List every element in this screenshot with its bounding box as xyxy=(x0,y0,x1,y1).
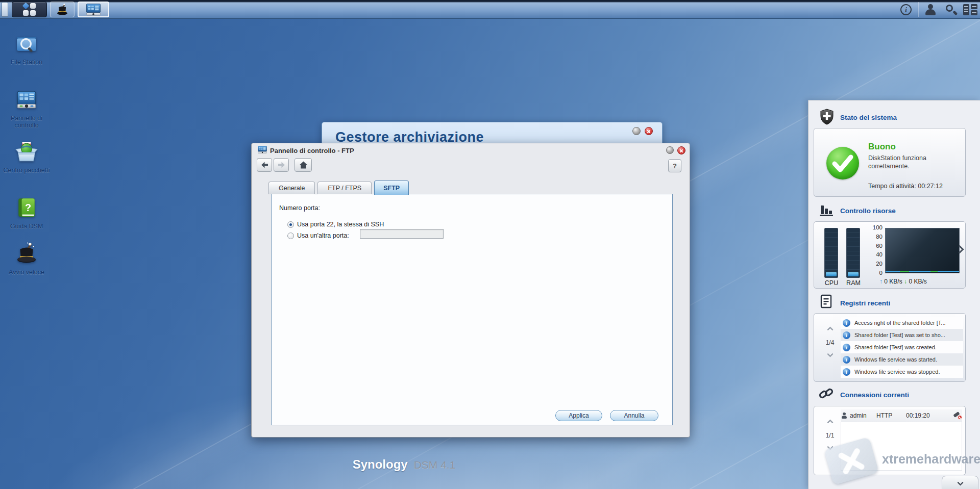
info-icon: i xyxy=(843,368,850,376)
connection-user: admin xyxy=(850,412,876,419)
ram-meter xyxy=(846,228,860,278)
radio-unselected-icon[interactable] xyxy=(287,233,294,239)
taskbar-quick-launch-button[interactable] xyxy=(50,2,75,17)
info-icon: i xyxy=(843,331,850,339)
radio-use-other-port[interactable]: Usa un'altra porta: xyxy=(287,232,349,239)
pilot-view-icon xyxy=(963,4,977,15)
connections-page-down-icon[interactable] xyxy=(827,444,834,450)
log-entry: iShared folder [Test] was set to sho... xyxy=(841,329,963,341)
tab-ftp-ftps[interactable]: FTP / FTPS xyxy=(317,182,372,194)
info-icon: i xyxy=(843,356,850,364)
logs-page-indicator: 1/4 xyxy=(821,339,839,346)
brand-logo: Synology xyxy=(353,457,408,471)
custom-port-input[interactable] xyxy=(360,229,444,239)
section-title-recent-logs: Registri recenti xyxy=(840,299,890,307)
control-panel-icon xyxy=(15,88,38,111)
network-rates: ↑ 0 KB/s ↓ 0 KB/s xyxy=(879,278,927,285)
desktop-icon-file-station[interactable]: File Station xyxy=(3,32,50,66)
upload-rate: 0 KB/s xyxy=(884,278,902,285)
show-desktop-button[interactable] xyxy=(2,2,8,17)
taskbar-info-button[interactable]: i xyxy=(897,0,915,19)
taskbar-user-button[interactable] xyxy=(922,0,939,19)
main-menu-button[interactable] xyxy=(12,2,47,17)
home-icon xyxy=(299,161,308,169)
log-entry: iShared folder [Test] was created. xyxy=(841,341,963,353)
close-icon[interactable] xyxy=(677,146,685,155)
tab-generale[interactable]: Generale xyxy=(268,182,315,194)
desktop: File Station Pannello di controllo Centr… xyxy=(0,0,980,489)
close-icon[interactable] xyxy=(645,127,653,135)
desktop-icon-label: Pannello di controllo xyxy=(3,115,50,129)
minimize-button[interactable] xyxy=(632,127,641,135)
cancel-button[interactable]: Annulla xyxy=(610,410,658,421)
radio-selected-icon[interactable] xyxy=(287,221,294,228)
minimize-button[interactable] xyxy=(666,146,674,154)
arrow-right-icon xyxy=(278,162,285,168)
link-icon xyxy=(819,386,834,401)
connection-row: admin HTTP 00:19:20 xyxy=(841,409,962,422)
dsm-branding: SynologyDSM 4.1 xyxy=(0,457,808,472)
connections-card: 1/1 admin HTTP 00:19:20 xyxy=(814,406,966,475)
desktop-icon-control-panel[interactable]: Pannello di controllo xyxy=(3,88,50,129)
desktop-icon-label: Centro pacchetti xyxy=(3,167,50,174)
dialog-titlebar[interactable]: Pannello di controllo - FTP xyxy=(252,143,690,157)
sidebar-collapse-tab[interactable] xyxy=(942,476,978,489)
help-button[interactable]: ? xyxy=(668,159,681,172)
home-button[interactable] xyxy=(295,158,312,172)
info-icon: i xyxy=(843,319,850,327)
logs-page-down-icon[interactable] xyxy=(827,351,834,357)
desktop-icon-package-center[interactable]: Centro pacchetti xyxy=(3,140,50,174)
shield-icon xyxy=(820,109,834,125)
forward-button[interactable] xyxy=(274,158,289,172)
status-description: DiskStation funziona correttamente. xyxy=(868,154,958,170)
dsm-version: DSM 4.1 xyxy=(414,459,456,471)
desktop-icon-dsm-help[interactable]: ? Guida DSM xyxy=(3,196,50,230)
user-icon xyxy=(841,413,847,419)
logs-page-up-icon[interactable] xyxy=(827,326,834,333)
ram-label: RAM xyxy=(845,279,862,287)
status-ok-icon xyxy=(826,147,859,179)
dialog-title: Pannello di controllo - FTP xyxy=(270,147,354,155)
connections-list-area xyxy=(841,422,962,471)
taskbar-pilot-view-button[interactable] xyxy=(962,0,979,19)
user-icon xyxy=(924,4,937,16)
logs-pager: 1/4 xyxy=(821,326,839,359)
log-document-icon xyxy=(820,294,833,308)
connections-page-indicator: 1/1 xyxy=(821,432,839,439)
recent-logs-card: 1/4 iAccess right of the shared folder [… xyxy=(814,313,966,382)
log-entry: iAccess right of the shared folder [T... xyxy=(841,317,963,329)
taskbar: i xyxy=(0,0,980,19)
control-panel-icon xyxy=(258,146,267,153)
package-center-icon xyxy=(15,140,38,163)
log-list: iAccess right of the shared folder [T...… xyxy=(841,317,963,378)
section-title-resource-monitor: Controllo risorse xyxy=(840,207,896,215)
cpu-meter xyxy=(824,228,838,278)
window-control-panel-ftp: Pannello di controllo - FTP ? Generale F… xyxy=(251,143,690,437)
magic-hat-icon xyxy=(56,3,69,16)
connection-protocol: HTTP xyxy=(876,412,906,419)
taskbar-separator xyxy=(918,2,918,17)
download-arrow-icon: ↓ xyxy=(904,278,907,285)
apply-button[interactable]: Applica xyxy=(555,410,602,421)
taskbar-search-button[interactable] xyxy=(942,0,960,19)
download-rate: 0 KB/s xyxy=(909,278,926,285)
desktop-icon-quick-start[interactable]: Avvio veloce xyxy=(3,242,50,276)
network-traffic-chart xyxy=(885,228,960,273)
disconnect-icon[interactable] xyxy=(953,411,962,420)
control-panel-icon xyxy=(86,4,101,16)
uptime-text: Tempo di attività: 00:27:12 xyxy=(868,183,943,190)
log-entry: iWindows file service was started. xyxy=(841,353,963,366)
connection-time: 00:19:20 xyxy=(906,412,930,419)
chevron-down-icon xyxy=(957,479,964,486)
taskbar-control-panel-button-active[interactable] xyxy=(78,2,109,17)
back-button[interactable] xyxy=(257,158,272,172)
resource-monitor-card: CPU RAM 100806040200 ↑ 0 KB/s ↓ 0 KB/s xyxy=(814,221,966,289)
port-section-label: Numero porta: xyxy=(279,204,320,212)
connections-page-up-icon[interactable] xyxy=(827,419,834,426)
tab-sftp[interactable]: SFTP xyxy=(374,181,409,195)
system-status-card: Buono DiskStation funziona correttamente… xyxy=(814,128,966,197)
folder-search-icon xyxy=(15,32,38,55)
radio-use-port-22[interactable]: Usa porta 22, la stessa di SSH xyxy=(287,221,384,228)
section-title-connections: Connessioni correnti xyxy=(840,391,909,399)
arrow-left-icon xyxy=(261,162,268,168)
